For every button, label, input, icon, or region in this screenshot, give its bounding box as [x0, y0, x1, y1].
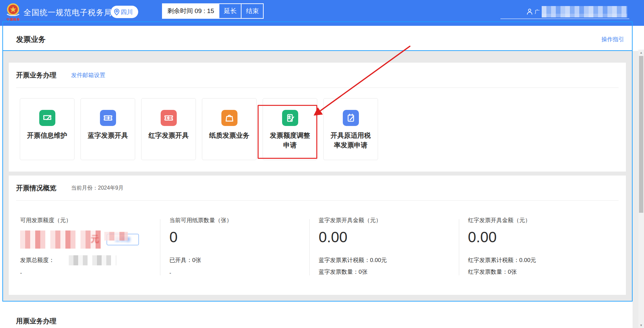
column-divider	[309, 219, 310, 275]
red-invoice-tax-label: 红字发票累计税额：0.00元	[468, 256, 536, 264]
card-paper-invoice-services[interactable]: 纸质发票业务	[202, 98, 257, 160]
total-quota-label: 发票总额度：	[20, 256, 54, 264]
card-label: 纸质发票业务	[208, 131, 251, 140]
tax-logo: 中国税务	[5, 3, 21, 24]
redacted-username	[542, 6, 627, 17]
scroll-down-arrow-icon[interactable]: ▼	[638, 322, 644, 328]
scroll-up-arrow-icon[interactable]: ▲	[638, 50, 644, 55]
overview-section-header: 开票情况概览 当前月份：2024年9月	[16, 176, 619, 201]
invoicing-section-title: 开票业务办理	[16, 71, 56, 80]
logo-banner-text: 中国税务	[6, 17, 21, 22]
invoicing-overview-section: 开票情况概览 当前月份：2024年9月 可用发票额度（元） 元 去调整 发票总额…	[9, 176, 626, 295]
invoicing-section-header: 开票业务办理 发件邮箱设置	[16, 63, 619, 88]
ticket-edit-icon	[39, 110, 55, 126]
stat-value: 0	[169, 229, 314, 246]
ticket-arrow-right-icon	[100, 110, 116, 126]
user-icon	[527, 8, 533, 15]
invoicing-services-section: 开票业务办理 发件邮箱设置 开票信息维护 蓝字发票开具	[9, 63, 626, 172]
extend-session-button[interactable]: 延长	[219, 4, 241, 18]
sender-email-settings-link[interactable]: 发件邮箱设置	[71, 71, 105, 79]
location-pill[interactable]: 四川	[111, 6, 138, 18]
page-title-bar: 发票业务 操作指引	[0, 26, 638, 51]
blue-invoice-count-label: 蓝字发票数量：0张	[319, 268, 367, 276]
end-session-button[interactable]: 结束	[241, 4, 263, 18]
column-divider	[459, 219, 459, 275]
stat-paper-invoice-count: 当前可用纸票数量（张） 0	[169, 216, 314, 246]
redacted-total-quota-value	[69, 255, 116, 265]
card-red-invoice-issue[interactable]: 红字发票开具	[141, 98, 196, 160]
stat-label: 可用发票额度（元）	[20, 216, 164, 224]
card-blue-invoice-issue[interactable]: 蓝字发票开具	[80, 98, 135, 160]
stat-red-invoice-amount: 红字发票开具金额（元） 0.00	[468, 216, 612, 246]
clipboard-pen-icon	[343, 110, 359, 126]
card-invoice-quota-adjustment[interactable]: 发票额度调整申请	[263, 98, 317, 160]
stat-dash: -	[20, 270, 22, 276]
username-visible-fragment: 广	[535, 9, 540, 15]
stat-dash: -	[169, 270, 171, 276]
card-label: 红字发票开具	[148, 131, 190, 140]
issued-count-label: 已开具：0张	[169, 256, 201, 264]
stat-label: 当前可用纸票数量（张）	[169, 216, 314, 224]
session-timer: 剩余时间 09 : 15	[163, 4, 219, 18]
ticket-arrow-left-icon	[161, 110, 177, 126]
app-header: 中国税务 全国统一规范电子税务局 四川 剩余时间 09 : 15 延长 结束 广	[0, 0, 644, 26]
tax-bureau-app: 中国税务 全国统一规范电子税务局 四川 剩余时间 09 : 15 延长 结束 广	[0, 0, 644, 328]
app-title: 全国统一规范电子税务局	[23, 7, 112, 18]
location-label: 四川	[121, 8, 133, 16]
redaction-smudge	[104, 232, 128, 241]
session-timer-group: 剩余时间 09 : 15 延长 结束	[162, 3, 264, 19]
quota-unit: 元	[91, 233, 99, 245]
stat-label: 蓝字发票开具金额（元）	[319, 216, 463, 224]
shopping-bag-icon	[221, 110, 237, 126]
stat-available-invoice-quota: 可用发票额度（元）	[20, 216, 164, 224]
location-pin-icon	[114, 9, 119, 15]
card-invoice-info-maintenance[interactable]: 开票信息维护	[20, 98, 74, 160]
red-invoice-count-label: 红字发票数量：0张	[468, 268, 517, 276]
card-label: 开具原适用税率发票申请	[330, 131, 372, 150]
scrollbar-thumb[interactable]	[639, 56, 643, 213]
document-person-edit-icon	[282, 110, 298, 126]
redacted-quota-value	[20, 231, 101, 249]
stat-blue-invoice-amount: 蓝字发票开具金额（元） 0.00	[319, 216, 463, 246]
card-original-tax-rate-invoice[interactable]: 开具原适用税率发票申请	[323, 98, 378, 160]
national-emblem-icon	[5, 3, 21, 17]
page-title: 发票业务	[16, 35, 46, 45]
current-month-label: 当前月份：2024年9月	[71, 185, 124, 192]
stat-value: 0.00	[319, 229, 463, 246]
column-divider	[160, 219, 160, 275]
ticket-usage-section-title: 用票业务办理	[16, 317, 56, 326]
card-label: 发票额度调整申请	[269, 131, 311, 150]
user-menu[interactable]: 广	[527, 5, 627, 19]
card-label: 开票信息维护	[26, 131, 68, 140]
operation-guide-link[interactable]: 操作指引	[601, 36, 624, 43]
card-label: 蓝字发票开具	[87, 131, 129, 140]
stat-value: 0.00	[468, 229, 612, 246]
vertical-scrollbar: ▲ ▼	[638, 50, 644, 328]
blue-invoice-tax-label: 蓝字发票累计税额：0.00元	[319, 256, 387, 264]
stat-label: 红字发票开具金额（元）	[468, 216, 612, 224]
content-background-strip	[633, 51, 638, 328]
user-menu-underline	[500, 18, 629, 19]
overview-section-title: 开票情况概览	[16, 184, 56, 193]
